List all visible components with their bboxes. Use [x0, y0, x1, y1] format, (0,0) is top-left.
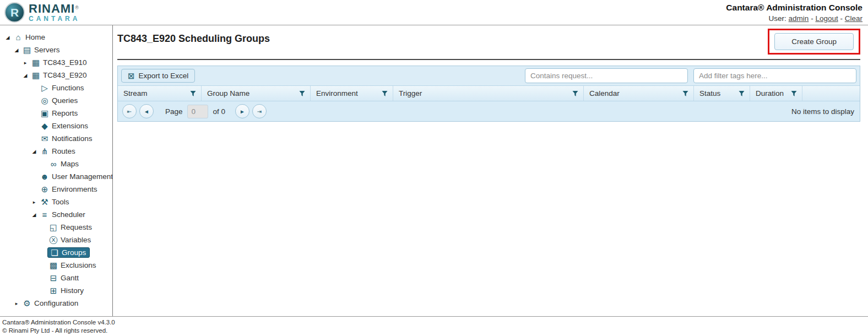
sidebar-tree: ◢⌂Home◢▤Servers▸▦TC843_E910◢▦TC843_E920▷… — [0, 25, 113, 316]
sidebar-item-variables[interactable]: ⓧVariables — [0, 234, 112, 246]
servers-icon: ▤ — [22, 46, 32, 54]
home-icon: ⌂ — [13, 33, 23, 41]
export-to-excel-button[interactable]: ⊠ Export to Excel — [121, 69, 195, 83]
page-number-input[interactable] — [187, 105, 208, 118]
collapse-arrow-icon[interactable]: ◢ — [12, 47, 21, 53]
column-header-label: Calendar — [589, 89, 620, 97]
collapse-arrow-icon[interactable]: ◢ — [30, 212, 39, 218]
grid-header-row: StreamGroup NameEnvironmentTriggerCalend… — [118, 86, 860, 101]
user-session-bar: User: admin - Logout - Clear — [726, 14, 862, 23]
scheduling-groups-grid: ⊠ Export to Excel StreamGroup NameEnviro… — [117, 66, 860, 122]
sidebar-item-user-management[interactable]: ☻User Management — [0, 170, 112, 183]
sidebar-item-groups[interactable]: ❏Groups — [0, 246, 112, 259]
sidebar-item-label: Configuration — [34, 299, 78, 307]
next-page-button[interactable]: ► — [235, 104, 249, 118]
sidebar-item-label: Requests — [61, 223, 92, 231]
separator: - — [840, 14, 843, 23]
expand-arrow-icon[interactable]: ▸ — [12, 301, 21, 306]
sidebar-item-notifications[interactable]: ✉Notifications — [0, 132, 112, 145]
logout-link[interactable]: Logout — [815, 14, 838, 23]
column-header-group-name[interactable]: Group Name — [202, 86, 311, 101]
sidebar-item-tc843-e920[interactable]: ◢▦TC843_E920 — [0, 69, 112, 82]
filter-funnel-icon[interactable] — [299, 90, 306, 97]
column-header-duration[interactable]: Duration — [750, 86, 802, 101]
contains-request-input[interactable] — [525, 68, 688, 83]
column-header-label: Environment — [316, 89, 358, 97]
filter-tags-input[interactable] — [693, 68, 856, 83]
footer-copyright-line: © Rinami Pty Ltd - All rights reserved. — [2, 327, 866, 335]
functions-icon: ▷ — [40, 84, 50, 92]
sidebar-item-label: Variables — [61, 236, 91, 244]
console-title: Cantara® Administration Console — [726, 3, 862, 13]
filter-funnel-icon[interactable] — [738, 90, 745, 97]
sidebar-item-label: Reports — [52, 109, 78, 117]
first-page-button[interactable]: ⇤ — [122, 104, 137, 118]
page-label: Page — [165, 107, 183, 116]
previous-page-button[interactable]: ◄ — [139, 104, 154, 118]
sidebar-item-gantt[interactable]: ⊟Gantt — [0, 272, 112, 284]
collapse-arrow-icon[interactable]: ◢ — [3, 35, 12, 40]
variables-icon: ⓧ — [48, 236, 58, 244]
sidebar-item-requests[interactable]: ◱Requests — [0, 221, 112, 234]
sidebar-item-label: TC843_E910 — [43, 58, 87, 67]
page-count-label: of 0 — [213, 107, 226, 116]
sidebar-item-maps[interactable]: ∞Maps — [0, 158, 112, 170]
sidebar-item-tc843-e910[interactable]: ▸▦TC843_E910 — [0, 56, 112, 69]
excel-file-icon: ⊠ — [128, 72, 135, 80]
column-header-calendar[interactable]: Calendar — [584, 86, 694, 101]
extensions-icon: ◆ — [40, 122, 50, 130]
sidebar-item-servers[interactable]: ◢▤Servers — [0, 44, 112, 56]
sidebar-item-label: User Management — [52, 172, 113, 181]
clear-link[interactable]: Clear — [845, 14, 862, 23]
filter-funnel-icon[interactable] — [790, 90, 798, 97]
column-header-label: Group Name — [207, 89, 249, 97]
sidebar-item-exclusions[interactable]: ▩Exclusions — [0, 259, 112, 272]
column-header-environment[interactable]: Environment — [311, 86, 393, 101]
filter-funnel-icon[interactable] — [572, 90, 579, 97]
column-header-status[interactable]: Status — [694, 86, 750, 101]
column-header-label: Duration — [756, 89, 784, 97]
last-page-button[interactable]: ⇥ — [252, 104, 267, 118]
logo-registered-mark: ® — [75, 5, 79, 10]
filter-funnel-icon[interactable] — [381, 90, 388, 97]
sidebar-item-routes[interactable]: ◢⋔Routes — [0, 145, 112, 158]
sidebar-item-history[interactable]: ⊞History — [0, 284, 112, 297]
column-header-stream[interactable]: Stream — [118, 86, 202, 101]
user-name-link[interactable]: admin — [789, 14, 809, 23]
app-header: R RINAMI® CANTARA Cantara® Administratio… — [0, 0, 868, 25]
sidebar-item-label: Extensions — [52, 122, 88, 130]
sidebar-item-label: Home — [25, 33, 45, 41]
filter-funnel-icon[interactable] — [189, 90, 197, 97]
separator: - — [811, 14, 813, 23]
sidebar-item-configuration[interactable]: ▸⚙Configuration — [0, 297, 112, 310]
sidebar-item-tools[interactable]: ▸⚒Tools — [0, 196, 112, 208]
collapse-arrow-icon[interactable]: ◢ — [30, 149, 39, 154]
sidebar-item-label: Tools — [52, 198, 69, 206]
sidebar-item-extensions[interactable]: ◆Extensions — [0, 120, 112, 132]
sidebar-item-label: Notifications — [52, 134, 93, 143]
column-header-label: Stream — [123, 89, 148, 97]
reports-icon: ▣ — [40, 109, 50, 117]
maps-icon: ∞ — [48, 160, 58, 168]
column-header-trigger[interactable]: Trigger — [393, 86, 584, 101]
sidebar-item-reports[interactable]: ▣Reports — [0, 107, 112, 120]
collapse-arrow-icon[interactable]: ◢ — [21, 73, 30, 78]
sidebar-item-functions[interactable]: ▷Functions — [0, 82, 112, 94]
user-label: User: — [769, 14, 786, 23]
export-button-label: Export to Excel — [139, 72, 189, 80]
sidebar-item-label: Scheduler — [52, 210, 85, 219]
expand-arrow-icon[interactable]: ▸ — [21, 60, 30, 66]
grid-pager: ⇤ ◄ Page of 0 ► ⇥ No items to display — [118, 101, 860, 121]
sidebar-item-home[interactable]: ◢⌂Home — [0, 31, 112, 44]
grid-toolbar: ⊠ Export to Excel — [118, 66, 860, 86]
create-group-button[interactable]: Create Group — [774, 33, 854, 50]
sidebar-item-scheduler[interactable]: ◢≡Scheduler — [0, 208, 112, 221]
sidebar-item-environments[interactable]: ⊕Environments — [0, 183, 112, 196]
sidebar-item-label: TC843_E920 — [43, 71, 87, 79]
column-header-label: Status — [699, 89, 720, 97]
sidebar-item-queries[interactable]: ◎Queries — [0, 94, 112, 107]
scheduler-icon: ≡ — [40, 210, 50, 219]
logo-brand-text: RINAMI — [29, 2, 75, 15]
filter-funnel-icon[interactable] — [682, 90, 689, 97]
expand-arrow-icon[interactable]: ▸ — [30, 199, 39, 205]
